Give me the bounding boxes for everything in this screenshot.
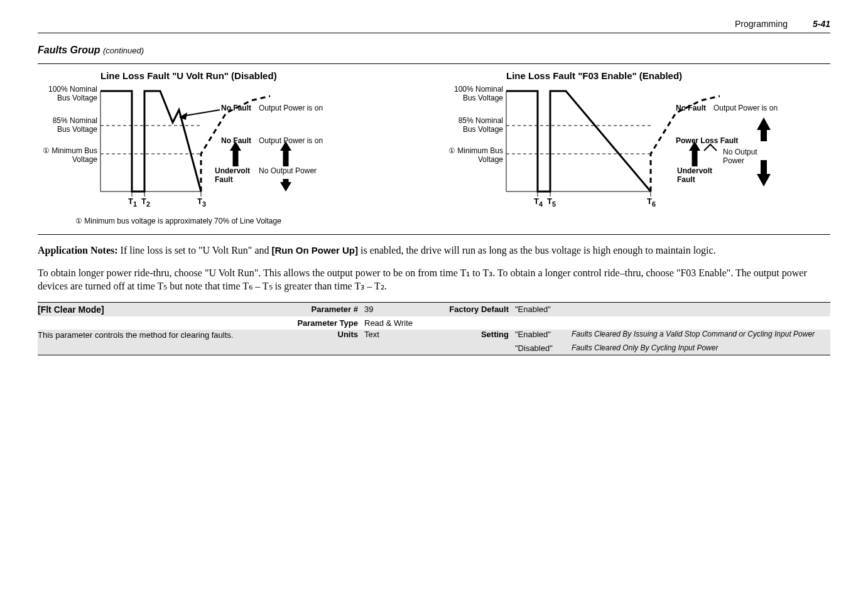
param-ref: [Run On Power Up] xyxy=(271,245,358,256)
circled-one-icon: ① xyxy=(75,217,82,225)
ann-output-on-2: Output Power is on xyxy=(259,136,323,145)
val-fdef: "Enabled" xyxy=(515,305,572,315)
group-rule xyxy=(38,63,830,64)
setting-enabled-note: Faults Cleared By Issuing a Valid Stop C… xyxy=(572,330,830,340)
ann-no-output: No Output Power xyxy=(259,166,317,175)
label-param-num: Parameter # xyxy=(264,305,364,315)
ylabel-top-r: 100% NominalBus Voltage xyxy=(443,85,503,102)
ylabel-mid: 85% NominalBus Voltage xyxy=(38,116,97,134)
label-units: Units xyxy=(264,330,364,340)
app-notes-para: Application Notes: If line loss is set t… xyxy=(38,244,830,257)
footnote-rule xyxy=(38,234,830,235)
app-notes-label: Application Notes: xyxy=(38,245,118,256)
ylabel-low-r: ① Minimum BusVoltage xyxy=(436,146,503,164)
chart-right-canvas: 100% NominalBus Voltage 85% NominalBus V… xyxy=(443,85,808,210)
ann-no-output-r: No OutputPower xyxy=(723,148,761,165)
table-row: This parameter controls the method for c… xyxy=(38,330,830,342)
footnote-text: Minimum bus voltage is approximately 70%… xyxy=(84,217,281,225)
svg-marker-12 xyxy=(280,182,291,192)
table-row: "Disabled" Faults Cleared Only By Cyclin… xyxy=(38,342,830,355)
chart-right: Line Loss Fault "F03 Enable" (Enabled) 1… xyxy=(443,70,830,210)
param-table: [Flt Clear Mode] Parameter # 39 Factory … xyxy=(38,302,830,355)
chart-left: Line Loss Fault "U Volt Run" (Disabled) … xyxy=(38,70,425,210)
group-title-main: Faults Group xyxy=(38,45,100,55)
group-title-suffix: (continued) xyxy=(103,46,144,55)
ann-nofault-1: No Fault xyxy=(221,104,251,112)
ann-powerloss: Power Loss Fault xyxy=(676,136,738,145)
table-row: [Flt Clear Mode] Parameter # 39 Factory … xyxy=(38,302,830,316)
param-name: [Flt Clear Mode] xyxy=(38,305,104,315)
circled-one-icon: ① xyxy=(448,146,455,155)
setting-disabled: "Disabled" xyxy=(515,343,572,353)
page-number: 5-41 xyxy=(813,19,830,29)
app-notes-text1: If line loss is set to "U Volt Run" and xyxy=(118,245,272,256)
val-units: Text xyxy=(364,330,433,340)
val-param-num: 39 xyxy=(364,305,433,315)
svg-marker-27 xyxy=(757,174,771,186)
label-setting: Setting xyxy=(433,330,515,340)
circled-one-icon: ① xyxy=(43,146,50,155)
label-fdef: Factory Default xyxy=(433,305,515,315)
group-title: Faults Group (continued) xyxy=(38,45,830,56)
val-ptype: Read & Write xyxy=(364,318,433,328)
ylabel-low: ① Minimum BusVoltage xyxy=(30,146,97,164)
app-notes-text2: is enabled, the drive will run as long a… xyxy=(358,245,716,256)
table-row: Parameter Type Read & Write xyxy=(38,316,830,330)
ride-thru-para: To obtain longer power ride-thru, choose… xyxy=(38,266,830,293)
charts-row: Line Loss Fault "U Volt Run" (Disabled) … xyxy=(38,70,830,210)
ann-undervolt-r: Undervolt Fault xyxy=(677,166,715,184)
section-name: Programming xyxy=(735,19,788,29)
setting-enabled: "Enabled" xyxy=(515,330,572,340)
ylabel-top: 100% NominalBus Voltage xyxy=(38,85,97,102)
chart-right-title: Line Loss Fault "F03 Enable" (Enabled) xyxy=(506,70,682,81)
ann-undervolt: Undervolt Fault xyxy=(215,166,252,184)
ann-nofault-2: No Fault xyxy=(221,136,251,145)
ylabel-mid-r: 85% NominalBus Voltage xyxy=(443,116,503,134)
ann-output-on-r: Output Power is on xyxy=(713,104,778,112)
param-desc: This parameter controls the method for c… xyxy=(38,330,233,340)
footnote: ① Minimum bus voltage is approximately 7… xyxy=(75,217,830,225)
ann-nofault-r: No Fault xyxy=(676,104,706,112)
ann-output-on-1: Output Power is on xyxy=(259,104,323,112)
chart-left-canvas: 100% NominalBus Voltage 85% NominalBus V… xyxy=(38,85,402,210)
setting-disabled-note: Faults Cleared Only By Cycling Input Pow… xyxy=(572,343,830,353)
svg-marker-25 xyxy=(757,117,771,130)
label-ptype: Parameter Type xyxy=(264,318,364,328)
chart-left-title: Line Loss Fault "U Volt Run" (Disabled) xyxy=(100,70,277,81)
header-rule xyxy=(38,33,830,33)
svg-line-13 xyxy=(182,110,220,116)
page-header: Programming 5-41 xyxy=(38,19,830,29)
